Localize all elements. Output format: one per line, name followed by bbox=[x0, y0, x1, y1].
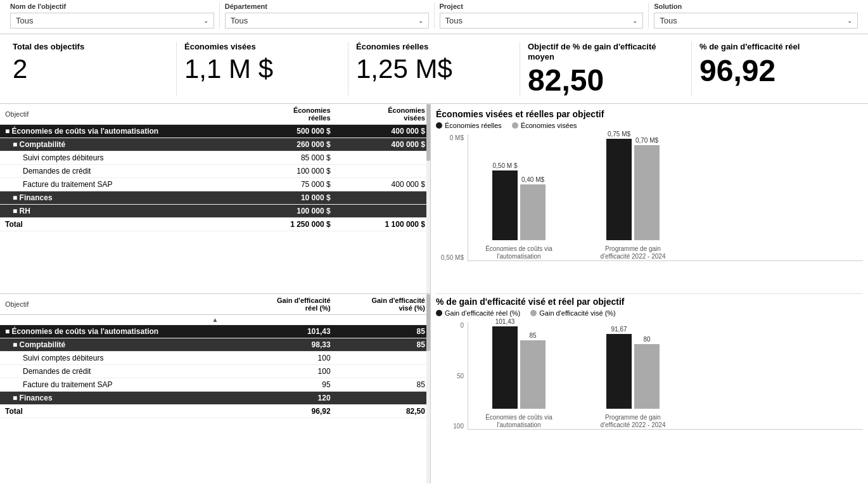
table1-row[interactable]: Facture du traitement SAP 75 000 $ 400 0… bbox=[0, 178, 430, 191]
table1-cell-label: Demandes de crédit bbox=[0, 165, 236, 178]
table1-cell-visees bbox=[336, 191, 430, 205]
legend-dot bbox=[436, 310, 442, 316]
bar-top-label: 85 bbox=[529, 332, 536, 339]
table1-row[interactable]: ■ Finances 10 000 $ bbox=[0, 191, 430, 205]
filter-select-solution[interactable]: Tous ⌄ bbox=[654, 13, 858, 29]
bar bbox=[606, 139, 632, 240]
table2-cell-label: Total bbox=[0, 405, 236, 418]
legend-item: Économies réelles bbox=[436, 122, 502, 129]
filter-group-nom-objectif: Nom de l'objectif Tous ⌄ bbox=[5, 3, 220, 29]
table1-row[interactable]: ■ Comptabilité 260 000 $ 400 000 $ bbox=[0, 138, 430, 151]
y-axis-label: 0 bbox=[460, 322, 464, 329]
scroll-indicator-1[interactable] bbox=[426, 104, 430, 293]
table1-row[interactable]: Suivi comptes débiteurs 85 000 $ bbox=[0, 151, 430, 165]
kpi-total-objectifs: Total des objectifs 2 bbox=[5, 42, 177, 96]
legend-dot bbox=[530, 310, 537, 316]
filter-select-departement[interactable]: Tous ⌄ bbox=[225, 13, 429, 29]
table1-row[interactable]: ■ RH 100 000 $ bbox=[0, 205, 430, 218]
table1-cell-reelles: 260 000 $ bbox=[236, 138, 335, 151]
table1-cell-visees: 400 000 $ bbox=[336, 138, 430, 151]
col-gain-reel-header: Gain d'efficacitéréel (%) bbox=[236, 294, 335, 315]
table2-row[interactable]: Suivi comptes débiteurs 100 bbox=[0, 352, 430, 365]
filter-select-nom-objectif[interactable]: Tous ⌄ bbox=[10, 13, 214, 29]
chevron-down-icon: ⌄ bbox=[418, 17, 423, 24]
scroll-up-arrow[interactable]: ▲ bbox=[0, 315, 430, 325]
table1-cell-reelles: 75 000 $ bbox=[236, 178, 335, 191]
filter-label-project: Project bbox=[440, 3, 644, 10]
legend-item: Gain d'efficacité réel (%) bbox=[436, 309, 520, 317]
table1-cell-visees: 400 000 $ bbox=[336, 178, 430, 191]
table2-row: Total 96,92 82,50 bbox=[0, 405, 430, 418]
filter-value-solution: Tous bbox=[660, 16, 677, 25]
filters-bar: Nom de l'objectif Tous ⌄ Département Tou… bbox=[0, 0, 868, 34]
table2-cell-label: ■ Finances bbox=[0, 392, 236, 405]
table2-cell-gain-vise: 85 bbox=[336, 325, 430, 338]
kpi-label-gain-reel: % de gain d'efficacité réel bbox=[699, 42, 800, 52]
right-panel: Économies visées et réelles par objectif… bbox=[431, 104, 868, 484]
table1-cell-reelles: 500 000 $ bbox=[236, 125, 335, 138]
bar-group-label: Programme de gain d'efficacité 2022 - 20… bbox=[595, 245, 671, 260]
legend-label: Économies visées bbox=[521, 122, 577, 129]
table2-row[interactable]: ■ Finances 120 bbox=[0, 392, 430, 405]
table1-row[interactable]: ■ Économies de coûts via l'automatisatio… bbox=[0, 125, 430, 138]
table1-cell-visees bbox=[336, 151, 430, 165]
bar-top-label: 80 bbox=[643, 336, 650, 343]
table2-row[interactable]: Facture du traitement SAP 95 85 bbox=[0, 378, 430, 392]
kpi-row: Total des objectifs 2 Économies visées 1… bbox=[0, 34, 868, 104]
kpi-label-total-objectifs: Total des objectifs bbox=[13, 42, 84, 52]
y-axis-label: 100 bbox=[453, 423, 464, 430]
table1-cell-label: ■ Comptabilité bbox=[0, 138, 236, 151]
table1-cell-reelles: 100 000 $ bbox=[236, 205, 335, 218]
table2-cell-label: ■ Économies de coûts via l'automatisatio… bbox=[0, 325, 236, 338]
kpi-economies-reelles: Économies réelles 1,25 M$ bbox=[348, 42, 520, 96]
col-reelles-header: Économiesréelles bbox=[236, 104, 335, 125]
bar-top-label: 91,67 bbox=[611, 326, 627, 333]
chart1-section: Économies visées et réelles par objectif… bbox=[436, 109, 863, 286]
table1-cell-label: Total bbox=[0, 218, 236, 231]
table1-cell-label: ■ Finances bbox=[0, 191, 236, 205]
table2-section: Objectif Gain d'efficacitéréel (%) Gain … bbox=[0, 294, 430, 484]
chart2-area: 050100101,4385Économies de coûts via l'a… bbox=[436, 322, 863, 430]
table1-cell-visees: 400 000 $ bbox=[336, 125, 430, 138]
table2-cell-gain-reel: 98,33 bbox=[236, 338, 335, 352]
bar-group: 0,50 M $0,40 M$Économies de coûts via l'… bbox=[481, 162, 557, 260]
bar bbox=[520, 340, 546, 409]
table2-row[interactable]: Demandes de crédit 100 bbox=[0, 365, 430, 378]
table2-cell-label: Suivi comptes débiteurs bbox=[0, 352, 236, 365]
bar-group-bars: 0,50 M $0,40 M$ bbox=[492, 162, 546, 240]
bar-col: 101,43 bbox=[492, 318, 518, 409]
table1-cell-visees bbox=[336, 205, 430, 218]
bars-area: 101,4385Économies de coûts via l'automat… bbox=[468, 322, 863, 430]
kpi-value-objectif-gain: 82,50 bbox=[528, 65, 604, 96]
table1-cell-label: Suivi comptes débiteurs bbox=[0, 151, 236, 165]
col-objectif2: Objectif bbox=[0, 294, 236, 315]
table2-cell-label: Facture du traitement SAP bbox=[0, 378, 236, 392]
table1-cell-label: ■ RH bbox=[0, 205, 236, 218]
bar-col: 91,67 bbox=[606, 326, 632, 409]
table1-cell-visees bbox=[336, 165, 430, 178]
table2-cell-gain-vise bbox=[336, 352, 430, 365]
bar-group: 101,4385Économies de coûts via l'automat… bbox=[481, 318, 557, 429]
filter-select-project[interactable]: Tous ⌄ bbox=[440, 13, 644, 29]
bar-group-label: Économies de coûts via l'automatisation bbox=[481, 245, 557, 260]
bar bbox=[492, 170, 518, 240]
kpi-value-total-objectifs: 2 bbox=[13, 56, 27, 82]
bar-top-label: 0,50 M $ bbox=[493, 162, 518, 169]
filter-label-nom-objectif: Nom de l'objectif bbox=[10, 3, 214, 10]
bar-col: 0,40 M$ bbox=[520, 176, 546, 240]
bar-group-bars: 91,6780 bbox=[606, 326, 660, 409]
table1-row[interactable]: Demandes de crédit 100 000 $ bbox=[0, 165, 430, 178]
left-panel: Objectif Économiesréelles Économiesvisée… bbox=[0, 104, 431, 484]
bar-top-label: 0,40 M$ bbox=[521, 176, 544, 183]
chevron-down-icon: ⌄ bbox=[632, 17, 637, 24]
chart1-title: Économies visées et réelles par objectif bbox=[436, 109, 863, 119]
table2-cell-label: ■ Comptabilité bbox=[0, 338, 236, 352]
scroll-indicator-2[interactable] bbox=[426, 294, 430, 484]
kpi-value-economies-reelles: 1,25 M$ bbox=[356, 56, 452, 82]
table2-row[interactable]: ■ Comptabilité 98,33 85 bbox=[0, 338, 430, 352]
legend-label: Gain d'efficacité visé (%) bbox=[539, 309, 616, 317]
chart2-title: % de gain d'efficacité visé et réel par … bbox=[436, 297, 863, 307]
kpi-economies-visees: Économies visées 1,1 M $ bbox=[177, 42, 348, 96]
table2-row[interactable]: ■ Économies de coûts via l'automatisatio… bbox=[0, 325, 430, 338]
table2-cell-gain-reel: 96,92 bbox=[236, 405, 335, 418]
